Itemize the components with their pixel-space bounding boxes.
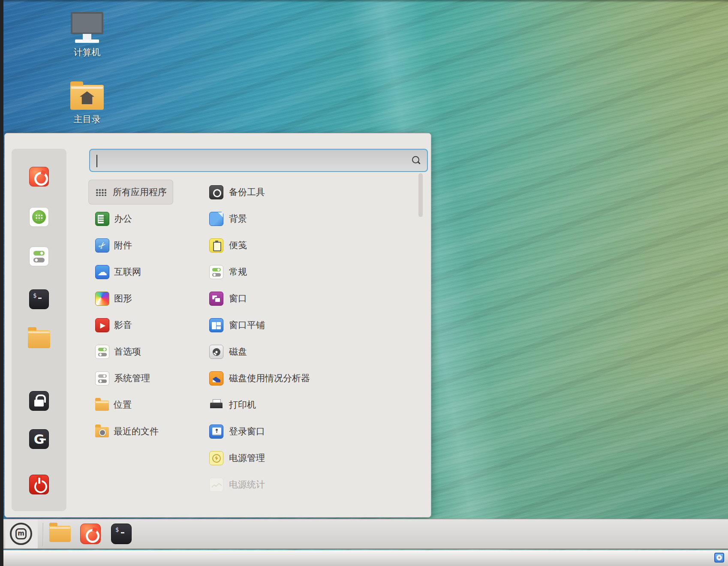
category-label: 互联网 [114,266,141,278]
sidebar-software-manager-button[interactable] [29,207,49,227]
taskbar-separator [43,523,43,546]
menu-scrollbar-thumb[interactable] [418,173,423,217]
app-power-statistics[interactable]: 电源统计 [206,475,394,494]
cloud-icon [95,265,109,279]
menu-search-box [89,149,428,172]
power-statistics-icon [209,478,223,492]
sidebar-lock-screen-button[interactable] [29,391,49,411]
screen-left-bezel [0,0,3,566]
computer-icon-stand [83,34,91,39]
app-label: 常规 [229,266,247,278]
app-power-management[interactable]: 电源管理 [206,449,394,467]
home-folder-icon [70,85,104,110]
app-window-tiling[interactable]: 窗口平铺 [206,316,394,334]
recent-folder-icon [95,427,109,437]
notes-icon [209,238,223,253]
sidebar-files-button[interactable] [28,330,50,348]
backup-ring-icon [209,185,223,199]
text-caret [96,155,97,167]
app-label: 背景 [229,213,247,225]
app-backup-tool[interactable]: 备份工具 [206,183,394,202]
toggles-icon [95,345,109,359]
search-icon [412,156,421,166]
category-label: 系统管理 [114,372,150,384]
app-windows[interactable]: 窗口 [206,289,394,308]
app-label: 电源统计 [229,479,265,491]
category-label: 最近的文件 [114,425,159,437]
app-notes[interactable]: 便笺 [206,236,394,255]
app-label: 窗口 [229,292,247,304]
toggles-gray-icon [95,371,109,385]
desktop-icon-label: 计算机 [61,46,113,58]
sidebar-terminal-button[interactable] [29,289,49,309]
computer-icon-base [75,39,99,43]
power-management-icon [209,451,223,465]
sidebar-firefox-button[interactable] [29,167,49,187]
app-label: 窗口平铺 [229,319,265,331]
category-preferences[interactable]: 首选项 [88,342,196,361]
app-label: 磁盘 [229,346,247,358]
app-label: 磁盘使用情况分析器 [229,372,310,384]
toggles-icon [209,265,223,279]
home-glyph-icon [80,91,94,104]
firefox-icon [80,524,101,544]
category-places[interactable]: 位置 [88,395,196,414]
category-administration[interactable]: 系统管理 [88,369,196,388]
category-all-applications[interactable]: 所有应用程序 [88,180,173,205]
play-icon [95,318,109,332]
taskbar-files-launcher[interactable] [48,521,72,547]
category-label: 所有应用程序 [113,186,167,198]
app-label: 打印机 [229,399,256,411]
mint-menu-button[interactable]: m [5,520,38,548]
app-label: 备份工具 [229,186,265,198]
login-window-icon [209,424,223,439]
backgrounds-icon [209,212,223,226]
desktop-screen: 计算机 主目录 所有应用程序 办公 附件 互联网 图形 影音 [0,0,728,566]
scissors-icon [95,238,109,253]
mint-menu-icon: m [10,523,32,545]
category-accessories[interactable]: 附件 [88,236,196,255]
folder-icon [49,526,71,542]
app-label: 电源管理 [229,452,265,464]
sidebar-logout-button[interactable] [29,429,49,449]
app-label: 便笺 [229,239,247,251]
removable-drive-tray-icon[interactable] [714,553,724,563]
category-label: 办公 [114,213,132,225]
category-graphics[interactable]: 图形 [88,289,196,308]
taskbar-terminal-launcher[interactable] [109,521,133,547]
printer-icon [209,398,223,412]
category-recent-files[interactable]: 最近的文件 [88,422,196,441]
disk-icon [209,345,223,359]
category-sound-video[interactable]: 影音 [88,316,196,334]
category-label: 附件 [114,239,132,251]
windows-icon [209,292,223,306]
category-label: 影音 [114,319,132,331]
category-label: 图形 [114,292,132,304]
screen-top-shade [0,0,728,3]
app-disks[interactable]: 磁盘 [206,342,394,361]
category-label: 首选项 [114,346,141,358]
taskbar-firefox-launcher[interactable] [78,521,102,547]
category-office[interactable]: 办公 [88,209,196,228]
search-input[interactable] [96,151,405,170]
terminal-icon [111,524,132,544]
app-printers[interactable]: 打印机 [206,395,394,414]
app-general[interactable]: 常规 [206,262,394,281]
disk-usage-icon [209,371,223,385]
app-backgrounds[interactable]: 背景 [206,209,394,228]
desktop-icon-computer[interactable]: 计算机 [61,12,113,58]
window-tiling-icon [209,318,223,332]
app-login-window[interactable]: 登录窗口 [206,422,394,441]
rainbow-icon [95,292,109,306]
sidebar-settings-button[interactable] [29,247,49,266]
bottom-panel [0,550,728,566]
all-apps-grid-icon [95,188,106,196]
category-internet[interactable]: 互联网 [88,262,196,281]
app-disk-usage-analyzer[interactable]: 磁盘使用情况分析器 [206,369,394,388]
folder-icon [95,400,109,411]
sidebar-shutdown-button[interactable] [29,475,49,494]
office-icon [95,212,109,226]
app-label: 登录窗口 [229,425,265,437]
desktop-icon-home[interactable]: 主目录 [61,81,113,125]
computer-icon [71,12,103,34]
